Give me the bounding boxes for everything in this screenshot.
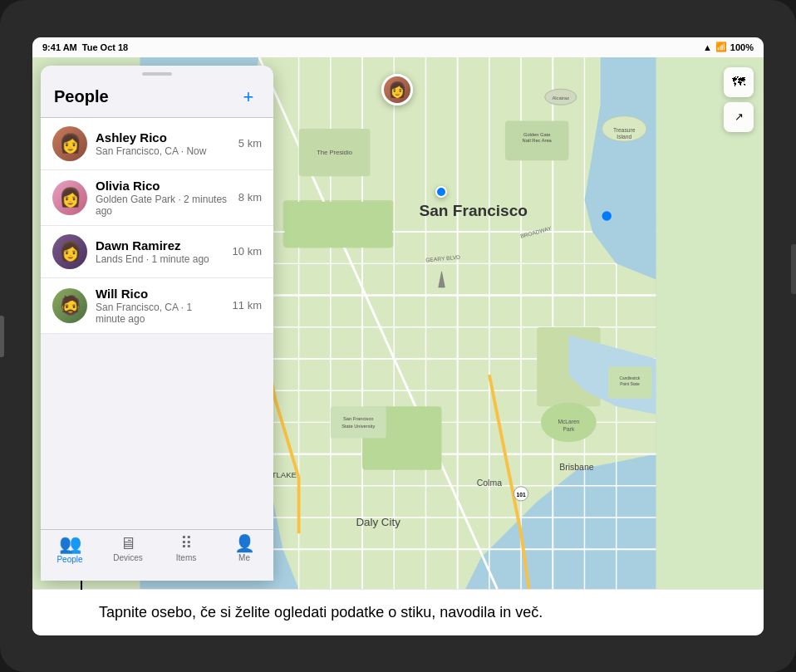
- person-name-will: Will Rico: [96, 287, 224, 301]
- people-list: 👩 Ashley Rico San Francisco, CA · Now 5 …: [41, 117, 273, 529]
- person-distance-ashley: 5 km: [238, 137, 262, 150]
- svg-rect-25: [284, 201, 392, 247]
- status-right: ▲ 📶 100%: [703, 42, 754, 52]
- svg-text:San Francisco: San Francisco: [343, 416, 374, 421]
- tab-label-items: Items: [176, 553, 196, 562]
- pin-ashley[interactable]: 👩: [381, 74, 413, 105]
- compass-button[interactable]: ↗: [724, 102, 754, 132]
- person-info-will: Will Rico San Francisco, CA · 1 minute a…: [96, 287, 224, 325]
- svg-text:McLaren: McLaren: [558, 419, 579, 424]
- map-controls: 🗺 ↗: [724, 67, 754, 132]
- svg-text:San Francisco: San Francisco: [419, 202, 528, 219]
- date: Tue Oct 18: [82, 42, 128, 52]
- person-item-dawn[interactable]: 👩 Dawn Ramirez Lands End · 1 minute ago …: [41, 226, 273, 278]
- person-name-olivia: Olivia Rico: [96, 179, 230, 193]
- svg-text:Natl Rec Area: Natl Rec Area: [523, 138, 553, 143]
- svg-text:State University: State University: [341, 424, 375, 429]
- me-tab-icon: 👤: [234, 535, 255, 552]
- svg-text:Park: Park: [563, 425, 575, 431]
- svg-text:Point State: Point State: [620, 381, 640, 385]
- user-location-dot: [435, 186, 447, 198]
- main-content: Ocean Beach San Francisco Daly City Colm…: [32, 57, 764, 589]
- person-distance-olivia: 8 km: [238, 191, 262, 204]
- avatar-ashley: 👩: [52, 126, 87, 161]
- svg-rect-44: [331, 406, 386, 438]
- add-person-button[interactable]: +: [237, 86, 260, 109]
- signal-icon: ▲: [703, 42, 712, 52]
- right-side-button: [791, 244, 796, 294]
- person-location-ashley: San Francisco, CA · Now: [96, 145, 230, 157]
- time: 9:41 AM: [42, 42, 77, 52]
- person-item-ashley[interactable]: 👩 Ashley Rico San Francisco, CA · Now 5 …: [41, 118, 273, 170]
- tab-me[interactable]: 👤 Me: [215, 535, 273, 562]
- svg-text:Alcatraz: Alcatraz: [552, 95, 569, 100]
- annotation-area: Tapnite osebo, če si želite ogledati pod…: [32, 589, 764, 635]
- people-tab-icon: 👥: [59, 535, 81, 553]
- person-location-olivia: Golden Gate Park · 2 minutes ago: [96, 194, 230, 217]
- status-bar: 9:41 AM Tue Oct 18 ▲ 📶 100%: [32, 37, 764, 57]
- wifi-icon: 📶: [715, 42, 727, 52]
- person-location-will: San Francisco, CA · 1 minute ago: [96, 302, 224, 325]
- svg-text:Daly City: Daly City: [356, 515, 400, 527]
- person-name-dawn: Dawn Ramirez: [96, 238, 224, 253]
- items-tab-icon: ⠿: [180, 535, 193, 552]
- screen: 9:41 AM Tue Oct 18 ▲ 📶 100%: [32, 37, 764, 635]
- svg-text:101: 101: [516, 492, 525, 498]
- svg-text:Island: Island: [617, 134, 631, 140]
- svg-text:Treasure: Treasure: [613, 126, 636, 132]
- svg-text:Colma: Colma: [477, 477, 503, 487]
- person-info-ashley: Ashley Rico San Francisco, CA · Now: [96, 130, 230, 157]
- drag-indicator: [142, 72, 172, 76]
- battery: 100%: [730, 42, 754, 52]
- person-info-dawn: Dawn Ramirez Lands End · 1 minute ago: [96, 238, 224, 265]
- person-distance-dawn: 10 km: [233, 245, 262, 258]
- person-item-will[interactable]: 🧔 Will Rico San Francisco, CA · 1 minute…: [41, 278, 273, 334]
- tab-label-people: People: [57, 555, 82, 564]
- tab-people[interactable]: 👥 People: [41, 535, 99, 564]
- person-location-dawn: Lands End · 1 minute ago: [96, 253, 224, 265]
- left-side-button: [0, 316, 4, 357]
- person-name-ashley: Ashley Rico: [96, 130, 230, 145]
- svg-text:Candlestick: Candlestick: [620, 375, 641, 380]
- annotation-text: Tapnite osebo, če si želite ogledati pod…: [99, 601, 722, 624]
- sidebar-title: People: [54, 87, 109, 106]
- tab-items[interactable]: ⠿ Items: [157, 535, 215, 562]
- svg-point-66: [602, 211, 611, 220]
- avatar-will: 🧔: [52, 288, 87, 323]
- person-item-olivia[interactable]: 👩 Olivia Rico Golden Gate Park · 2 minut…: [41, 170, 273, 226]
- ipad-frame: 9:41 AM Tue Oct 18 ▲ 📶 100%: [0, 0, 796, 672]
- sidebar-header: People +: [41, 79, 273, 117]
- devices-tab-icon: 🖥: [120, 535, 136, 552]
- person-info-olivia: Olivia Rico Golden Gate Park · 2 minutes…: [96, 179, 230, 217]
- svg-text:The Presidio: The Presidio: [317, 148, 352, 155]
- person-distance-will: 11 km: [233, 299, 262, 311]
- svg-text:Brisbane: Brisbane: [559, 461, 594, 471]
- avatar-dawn: 👩: [52, 234, 87, 269]
- sidebar-panel: People + 👩 Ashley Rico San Francisco, CA…: [41, 66, 273, 581]
- svg-text:Golden Gate: Golden Gate: [523, 131, 550, 136]
- tab-devices[interactable]: 🖥 Devices: [99, 535, 157, 562]
- map-view-button[interactable]: 🗺: [724, 67, 754, 97]
- tab-label-me: Me: [238, 553, 250, 562]
- avatar-olivia: 👩: [52, 180, 87, 215]
- bottom-tabs: 👥 People 🖥 Devices ⠿ Items 👤 Me: [41, 529, 273, 581]
- status-left: 9:41 AM Tue Oct 18: [42, 42, 128, 52]
- tab-label-devices: Devices: [113, 553, 143, 562]
